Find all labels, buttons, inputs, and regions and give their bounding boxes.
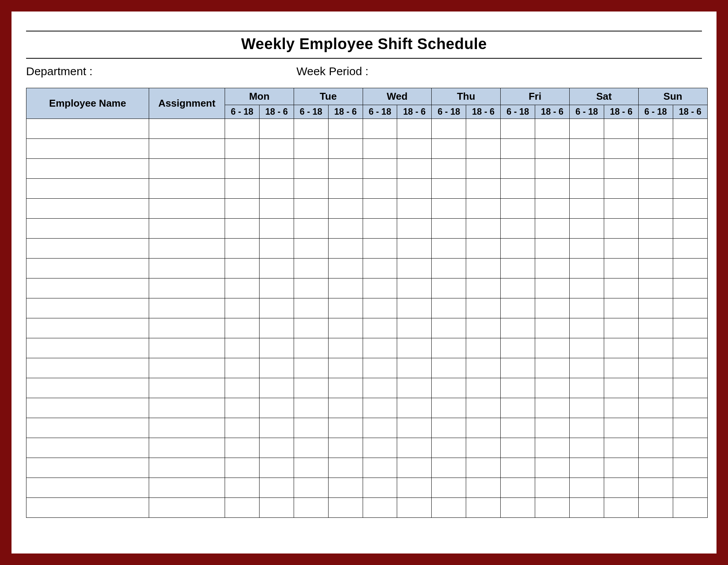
table-cell[interactable] xyxy=(638,139,673,159)
table-cell[interactable] xyxy=(259,438,294,458)
table-cell[interactable] xyxy=(26,298,149,318)
table-cell[interactable] xyxy=(397,358,432,378)
table-cell[interactable] xyxy=(328,219,363,239)
table-cell[interactable] xyxy=(294,119,328,139)
table-cell[interactable] xyxy=(638,278,673,298)
table-cell[interactable] xyxy=(638,318,673,338)
table-cell[interactable] xyxy=(26,119,149,139)
table-cell[interactable] xyxy=(225,358,260,378)
table-cell[interactable] xyxy=(466,478,501,498)
table-cell[interactable] xyxy=(673,418,707,438)
table-cell[interactable] xyxy=(397,418,432,438)
table-cell[interactable] xyxy=(673,438,707,458)
table-cell[interactable] xyxy=(432,298,466,318)
table-cell[interactable] xyxy=(432,159,466,179)
table-cell[interactable] xyxy=(225,438,260,458)
table-cell[interactable] xyxy=(328,239,363,259)
table-cell[interactable] xyxy=(225,159,260,179)
table-cell[interactable] xyxy=(604,159,638,179)
table-cell[interactable] xyxy=(466,418,501,438)
table-cell[interactable] xyxy=(535,159,570,179)
table-cell[interactable] xyxy=(569,259,604,278)
table-cell[interactable] xyxy=(149,418,225,438)
table-cell[interactable] xyxy=(149,298,225,318)
table-cell[interactable] xyxy=(501,239,535,259)
table-cell[interactable] xyxy=(294,199,328,219)
table-cell[interactable] xyxy=(569,498,604,518)
table-cell[interactable] xyxy=(535,378,570,398)
table-cell[interactable] xyxy=(294,418,328,438)
table-cell[interactable] xyxy=(26,338,149,358)
table-cell[interactable] xyxy=(501,438,535,458)
table-cell[interactable] xyxy=(294,398,328,418)
table-cell[interactable] xyxy=(569,458,604,478)
table-cell[interactable] xyxy=(638,458,673,478)
table-cell[interactable] xyxy=(673,159,707,179)
table-cell[interactable] xyxy=(432,418,466,438)
table-cell[interactable] xyxy=(604,378,638,398)
table-cell[interactable] xyxy=(259,318,294,338)
table-cell[interactable] xyxy=(397,338,432,358)
table-cell[interactable] xyxy=(363,478,397,498)
table-cell[interactable] xyxy=(363,239,397,259)
table-cell[interactable] xyxy=(535,318,570,338)
table-cell[interactable] xyxy=(363,119,397,139)
table-cell[interactable] xyxy=(26,418,149,438)
table-cell[interactable] xyxy=(604,458,638,478)
table-cell[interactable] xyxy=(604,338,638,358)
table-cell[interactable] xyxy=(501,338,535,358)
table-cell[interactable] xyxy=(535,498,570,518)
table-cell[interactable] xyxy=(466,239,501,259)
table-cell[interactable] xyxy=(673,139,707,159)
table-cell[interactable] xyxy=(604,438,638,458)
table-cell[interactable] xyxy=(225,478,260,498)
table-cell[interactable] xyxy=(225,398,260,418)
table-cell[interactable] xyxy=(432,378,466,398)
table-cell[interactable] xyxy=(149,438,225,458)
table-cell[interactable] xyxy=(501,179,535,199)
table-cell[interactable] xyxy=(604,358,638,378)
table-cell[interactable] xyxy=(569,378,604,398)
table-cell[interactable] xyxy=(259,278,294,298)
table-cell[interactable] xyxy=(466,398,501,418)
table-cell[interactable] xyxy=(604,278,638,298)
table-cell[interactable] xyxy=(225,318,260,338)
table-cell[interactable] xyxy=(294,219,328,239)
table-cell[interactable] xyxy=(569,199,604,219)
table-cell[interactable] xyxy=(294,438,328,458)
table-cell[interactable] xyxy=(26,278,149,298)
table-cell[interactable] xyxy=(363,378,397,398)
table-cell[interactable] xyxy=(397,438,432,458)
table-cell[interactable] xyxy=(466,259,501,278)
table-cell[interactable] xyxy=(432,139,466,159)
table-cell[interactable] xyxy=(328,159,363,179)
table-cell[interactable] xyxy=(259,179,294,199)
table-cell[interactable] xyxy=(569,179,604,199)
table-cell[interactable] xyxy=(259,458,294,478)
table-cell[interactable] xyxy=(432,199,466,219)
table-cell[interactable] xyxy=(225,139,260,159)
table-cell[interactable] xyxy=(466,199,501,219)
table-cell[interactable] xyxy=(432,458,466,478)
table-cell[interactable] xyxy=(26,179,149,199)
table-cell[interactable] xyxy=(149,259,225,278)
table-cell[interactable] xyxy=(535,398,570,418)
table-cell[interactable] xyxy=(294,159,328,179)
table-cell[interactable] xyxy=(535,338,570,358)
table-cell[interactable] xyxy=(638,338,673,358)
table-cell[interactable] xyxy=(432,119,466,139)
table-cell[interactable] xyxy=(673,398,707,418)
table-cell[interactable] xyxy=(26,358,149,378)
table-cell[interactable] xyxy=(569,418,604,438)
table-cell[interactable] xyxy=(259,219,294,239)
table-cell[interactable] xyxy=(259,358,294,378)
table-cell[interactable] xyxy=(225,418,260,438)
table-cell[interactable] xyxy=(466,378,501,398)
table-cell[interactable] xyxy=(397,378,432,398)
table-cell[interactable] xyxy=(432,398,466,418)
table-cell[interactable] xyxy=(569,398,604,418)
table-cell[interactable] xyxy=(673,179,707,199)
table-cell[interactable] xyxy=(259,378,294,398)
table-cell[interactable] xyxy=(501,278,535,298)
table-cell[interactable] xyxy=(604,418,638,438)
